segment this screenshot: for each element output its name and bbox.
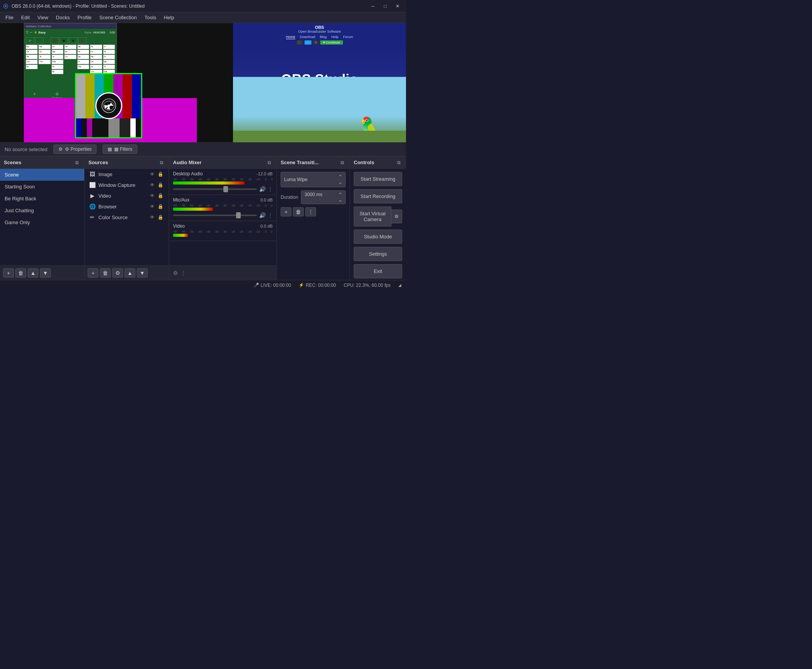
cb-black xyxy=(81,118,87,137)
audio-channel-desktop-header: Desktop Audio -12.0 dB xyxy=(173,171,272,176)
source-item-image[interactable]: 🖼 Image 👁 🔒 xyxy=(84,169,169,180)
obs-logo-svg xyxy=(101,98,116,113)
desktop-mute-button[interactable]: 🔊 xyxy=(259,186,266,192)
scene-item-starting-soon[interactable]: Starting Soon xyxy=(0,181,84,193)
audio-settings-button[interactable]: ⚙ xyxy=(173,270,178,276)
source-browser-lock[interactable]: 🔒 xyxy=(157,204,164,209)
sources-panel-popup-btn[interactable]: ⧉ xyxy=(158,159,165,166)
video-meter-fill xyxy=(173,234,188,237)
sources-up-button[interactable]: ▲ xyxy=(124,268,135,277)
menu-docks[interactable]: Docks xyxy=(52,13,74,22)
properties-button[interactable]: ⚙ ⚙ Properties xyxy=(54,145,96,154)
desktop-fader-thumb[interactable] xyxy=(224,186,228,192)
source-image-visibility[interactable]: 👁 xyxy=(149,171,155,177)
transitions-remove-button[interactable]: 🗑 xyxy=(293,207,304,217)
obs-nav-download[interactable]: Download xyxy=(300,35,315,39)
source-vid-lock[interactable]: 🔒 xyxy=(157,193,164,198)
source-browser-visibility[interactable]: 👁 xyxy=(149,204,155,209)
scene-item-game-only[interactable]: Game Only xyxy=(0,217,84,229)
mic-audio-menu[interactable]: ⋮ xyxy=(268,213,272,218)
source-color-lock[interactable]: 🔒 xyxy=(157,215,164,220)
source-image-lock[interactable]: 🔒 xyxy=(157,171,164,177)
card: J♣ xyxy=(26,55,38,59)
scenes-down-button[interactable]: ▼ xyxy=(40,268,51,277)
scenes-up-button[interactable]: ▲ xyxy=(28,268,39,277)
source-vid-visibility[interactable]: 👁 xyxy=(149,193,155,198)
source-wc-lock[interactable]: 🔒 xyxy=(157,182,164,188)
sol-stock: ▣ xyxy=(26,37,34,44)
controls-panel-popup-btn[interactable]: ⧉ xyxy=(396,159,402,166)
sol-found3: ♦ xyxy=(69,37,77,44)
scenes-panel-popup-btn[interactable]: ⧉ xyxy=(74,159,81,166)
obs-nav-blog[interactable]: Blog xyxy=(320,35,327,39)
maximize-button[interactable]: □ xyxy=(380,2,391,10)
mic-fader-track[interactable] xyxy=(173,215,257,216)
desktop-fader-row: 🔊 ⋮ xyxy=(173,186,272,192)
start-recording-button[interactable]: Start Recording xyxy=(354,189,402,203)
source-color-visibility[interactable]: 👁 xyxy=(149,215,155,220)
audio-panel-menu[interactable]: ⋮ xyxy=(181,270,186,276)
window-capture-icon: ⬜ xyxy=(89,182,95,188)
start-virtual-camera-button[interactable]: Start Virtual Camera xyxy=(354,207,392,227)
source-wc-label: Window Capture xyxy=(98,182,135,188)
obs-nav-home[interactable]: Home xyxy=(286,35,295,39)
scene-item-be-right-back[interactable]: Be Right Back xyxy=(0,193,84,205)
source-item-browser[interactable]: 🌐 Browser 👁 🔒 xyxy=(84,201,169,212)
mic-mute-button[interactable]: 🔊 xyxy=(259,212,266,219)
settings-button[interactable]: Settings xyxy=(354,247,402,261)
obs-logo-circle xyxy=(95,92,122,119)
card: K♦ xyxy=(103,55,115,59)
close-button[interactable]: ✕ xyxy=(392,2,403,10)
virtual-camera-settings-button[interactable]: ⚙ xyxy=(392,210,402,224)
audio-panel-popup-btn[interactable]: ⧉ xyxy=(266,159,272,166)
source-status-bar: No source selected ⚙ ⚙ Properties ▦ ▦ Fi… xyxy=(0,142,406,156)
sources-down-button[interactable]: ▼ xyxy=(137,268,148,277)
titlebar: ⦿ OBS 28.0.0 (64-bit, windows) - Profile… xyxy=(0,0,406,12)
menu-file[interactable]: File xyxy=(2,13,17,22)
sources-settings-button[interactable]: ⚙ xyxy=(112,268,123,277)
obs-nav-help[interactable]: Help xyxy=(331,35,339,39)
desktop-audio-menu[interactable]: ⋮ xyxy=(268,187,272,192)
source-item-video[interactable]: ▶ Video 👁 🔒 xyxy=(84,190,169,201)
titlebar-title: OBS 28.0.0 (64-bit, windows) - Profile: … xyxy=(12,3,145,9)
sources-list: 🖼 Image 👁 🔒 ⬜ Window Capture 👁 🔒 xyxy=(84,169,169,265)
menu-profile[interactable]: Profile xyxy=(74,13,95,22)
menu-edit[interactable]: Edit xyxy=(17,13,34,22)
minimize-button[interactable]: ─ xyxy=(368,2,378,10)
transitions-add-button[interactable]: + xyxy=(281,207,291,217)
scenes-add-button[interactable]: + xyxy=(3,268,14,277)
menu-help[interactable]: Help xyxy=(160,13,178,22)
sources-add-button[interactable]: + xyxy=(87,268,98,277)
source-status-text: No source selected xyxy=(5,146,47,152)
source-item-color[interactable]: ✏ Color Source 👁 🔒 xyxy=(84,212,169,223)
exit-button[interactable]: Exit xyxy=(354,264,402,278)
obs-nav-links: Home Download Blog Help Forum xyxy=(286,35,353,39)
rec-label: REC: 00:00:00 xyxy=(306,282,336,288)
menu-tools[interactable]: Tools xyxy=(141,13,160,22)
transition-select[interactable]: Luma Wipe ⌃⌄ xyxy=(281,172,346,187)
virtual-camera-row: Start Virtual Camera ⚙ xyxy=(354,207,402,227)
source-item-window-capture[interactable]: ⬜ Window Capture 👁 🔒 xyxy=(84,180,169,190)
scene-item-scene[interactable]: Scene xyxy=(0,169,84,181)
resize-icon: ◢ xyxy=(398,283,402,287)
bar-yellow xyxy=(85,74,94,118)
desktop-fader-track[interactable] xyxy=(173,188,257,190)
menu-view[interactable]: View xyxy=(34,13,52,22)
scenes-remove-button[interactable]: 🗑 xyxy=(15,268,26,277)
studio-mode-button[interactable]: Studio Mode xyxy=(354,230,402,244)
duration-label: Duration xyxy=(281,195,298,200)
sol-col-4: A♥ K♠ Q♦ xyxy=(64,45,76,97)
sources-remove-button[interactable]: 🗑 xyxy=(100,268,111,277)
card: J♠ xyxy=(39,55,50,59)
filters-button[interactable]: ▦ ▦ Filters xyxy=(103,145,137,154)
sol-back-icon: ↩ xyxy=(30,31,33,34)
transitions-panel-popup-btn[interactable]: ⧉ xyxy=(339,159,346,166)
desktop-audio-name: Desktop Audio xyxy=(173,171,203,176)
menu-scene-collection[interactable]: Scene Collection xyxy=(95,13,141,22)
start-streaming-button[interactable]: Start Streaming xyxy=(354,172,402,186)
scene-item-just-chatting[interactable]: Just Chatting xyxy=(0,205,84,217)
mic-fader-thumb[interactable] xyxy=(236,212,241,219)
transitions-menu-button[interactable]: ⋮ xyxy=(305,207,316,217)
obs-nav-forum[interactable]: Forum xyxy=(343,35,353,39)
source-wc-visibility[interactable]: 👁 xyxy=(149,182,155,188)
